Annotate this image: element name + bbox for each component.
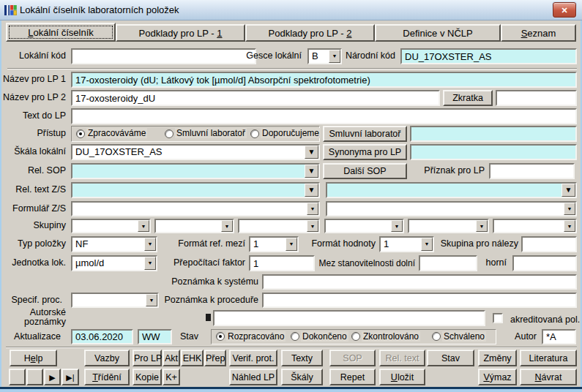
skala-lokalni-select[interactable]: DU_17OXSTER_AS▼: [71, 144, 320, 160]
chevron-down-icon[interactable]: ▼: [564, 220, 575, 232]
formular-zs-select-2[interactable]: ▼: [326, 201, 577, 216]
radio-rozpracovano[interactable]: [216, 332, 225, 341]
chevron-down-icon[interactable]: ▼: [562, 184, 575, 197]
chevron-down-icon[interactable]: ▼: [286, 238, 297, 251]
rel-text-zs-select-2[interactable]: ▼: [326, 182, 577, 198]
poznamka-k-systemu-input[interactable]: [262, 274, 577, 290]
nazev-lp2-input[interactable]: [71, 90, 440, 106]
mez-dolni-input[interactable]: [419, 255, 477, 271]
radio-zkontrolovano[interactable]: [351, 332, 360, 341]
ehk-button[interactable]: EHK: [181, 350, 204, 366]
zkratka-button[interactable]: Zkratka: [443, 90, 493, 106]
autor-input[interactable]: [542, 329, 576, 344]
tab-podklady-lp-2[interactable]: Podklady pro LP - 2: [245, 24, 375, 42]
priznak-pro-lp-input[interactable]: [489, 163, 575, 179]
chevron-down-icon[interactable]: ▼: [305, 146, 318, 159]
poznamka-k-procedure-input[interactable]: [262, 293, 577, 308]
format-ref-mezi-select[interactable]: 1▼: [249, 236, 299, 252]
jednotka-lok-select[interactable]: µmol/d▼: [71, 255, 157, 271]
prep-button[interactable]: Přep: [204, 350, 226, 366]
prepocitaci-faktor-input[interactable]: [249, 255, 315, 271]
chevron-down-icon[interactable]: ▼: [146, 294, 157, 306]
chevron-down-icon[interactable]: ▼: [144, 238, 156, 251]
aktualizace-kdo-input[interactable]: [138, 329, 172, 344]
tab-podklady-lp-1[interactable]: Podklady pro LP - 1: [116, 24, 245, 42]
gesce-lokalni-select[interactable]: B▼: [307, 48, 342, 64]
chevron-down-icon[interactable]: ▼: [476, 220, 488, 232]
close-button[interactable]: ✕: [553, 2, 576, 18]
kopie-button[interactable]: Kopie: [133, 369, 162, 385]
chevron-down-icon[interactable]: ▼: [144, 257, 156, 270]
vymaz-button[interactable]: Výmaz: [478, 369, 517, 385]
format-hodnoty-select[interactable]: 1▼: [379, 236, 434, 252]
k-plus-button[interactable]: K+: [163, 369, 180, 385]
repet-button[interactable]: Repet: [329, 369, 376, 385]
nav-first-button[interactable]: [9, 369, 26, 385]
skaly-button[interactable]: Škály: [281, 369, 323, 385]
skupina-pro-nalezy-input[interactable]: [521, 236, 577, 252]
ulozit-button[interactable]: Uložit: [379, 369, 425, 385]
dalsi-sop-button[interactable]: Další SOP: [323, 163, 407, 179]
chevron-down-icon[interactable]: ▼: [305, 184, 318, 197]
synonyma-pro-lp-input[interactable]: [410, 144, 577, 160]
chevron-down-icon[interactable]: ▼: [305, 165, 318, 178]
narodni-kod-input[interactable]: [400, 48, 577, 64]
nazev-lp1-input[interactable]: [71, 72, 577, 88]
text-do-lp-input[interactable]: [71, 108, 577, 124]
tab-definice-nclp[interactable]: Definice v NČLP: [375, 24, 501, 42]
tab-lokalni-ciselnik[interactable]: Lokální číselník: [6, 23, 116, 42]
tab-seznam[interactable]: Seznam: [501, 24, 576, 42]
radio-doporucujeme[interactable]: [250, 129, 259, 138]
skupina-select-5[interactable]: ▼: [408, 219, 489, 233]
nav-next-button[interactable]: ▶: [44, 369, 61, 385]
trideni-button[interactable]: Třídění: [84, 369, 130, 385]
vazby-button[interactable]: Vazby: [84, 350, 130, 366]
specif-proc-select[interactable]: ▼: [71, 293, 159, 308]
akreditovana-checkbox[interactable]: [493, 313, 503, 323]
autorske-poznamky-handle[interactable]: [206, 314, 211, 321]
stav-button[interactable]: Stav: [427, 350, 474, 366]
aktualizace-datum-input[interactable]: [71, 329, 133, 344]
formular-zs-select-1[interactable]: ▼: [71, 201, 320, 216]
radio-schvaleno[interactable]: [432, 332, 441, 341]
synonyma-pro-lp-button[interactable]: Synonyma pro LP: [323, 144, 407, 160]
title-bar[interactable]: Lokální číselník laboratorních položek ✕: [0, 0, 582, 20]
skupina-select-6[interactable]: ▼: [493, 219, 577, 233]
smluvni-laborator-button[interactable]: Smluvní laboratoř: [323, 126, 407, 142]
nav-prev-button[interactable]: [26, 369, 43, 385]
skupina-select-2[interactable]: ▼: [154, 219, 234, 233]
rel-sop-select[interactable]: ▼: [71, 163, 320, 179]
chevron-down-icon[interactable]: ▼: [421, 238, 433, 251]
chevron-down-icon[interactable]: ▼: [221, 220, 233, 232]
chevron-down-icon[interactable]: ▼: [391, 220, 403, 232]
skupina-select-1[interactable]: ▼: [71, 219, 151, 233]
chevron-down-icon[interactable]: ▼: [307, 203, 318, 215]
chevron-down-icon[interactable]: ▼: [329, 50, 340, 63]
akt-button[interactable]: Akt: [163, 350, 180, 366]
zmeny-button[interactable]: Změny: [478, 350, 517, 366]
nav-last-button[interactable]: ▶|: [61, 369, 79, 385]
skupina-select-4[interactable]: ▼: [324, 219, 404, 233]
zkratka-input[interactable]: [496, 90, 577, 106]
radio-smluvni-laborator[interactable]: [165, 129, 174, 138]
pro-lp-button[interactable]: Pro LP: [133, 350, 162, 366]
chevron-down-icon[interactable]: ▼: [307, 220, 318, 232]
radio-dokonceno[interactable]: [291, 332, 299, 341]
verif-prot-button[interactable]: Verif. prot.: [229, 350, 277, 366]
texty-button[interactable]: Texty: [281, 350, 323, 366]
rel-text-zs-label: Rel. text Z/S: [15, 184, 66, 195]
rel-text-zs-select-1[interactable]: ▼: [71, 182, 320, 198]
mez-horni-input[interactable]: [512, 255, 577, 271]
chevron-down-icon[interactable]: ▼: [564, 203, 575, 215]
autorske-poznamky-input[interactable]: [213, 310, 485, 326]
nahled-lp-button[interactable]: Náhled LP: [229, 369, 277, 385]
literatura-button[interactable]: Literatura: [520, 350, 577, 366]
chevron-down-icon[interactable]: ▼: [138, 220, 149, 232]
help-button[interactable]: Help: [10, 350, 57, 366]
smluvni-laborator-input[interactable]: [410, 126, 577, 142]
typ-polozky-select[interactable]: NF▼: [71, 236, 157, 252]
lokalni-kod-input[interactable]: [71, 48, 256, 64]
radio-zpracovavame[interactable]: [76, 129, 85, 138]
navrat-button[interactable]: Návrat: [520, 369, 577, 385]
skupina-select-3[interactable]: ▼: [238, 219, 320, 233]
